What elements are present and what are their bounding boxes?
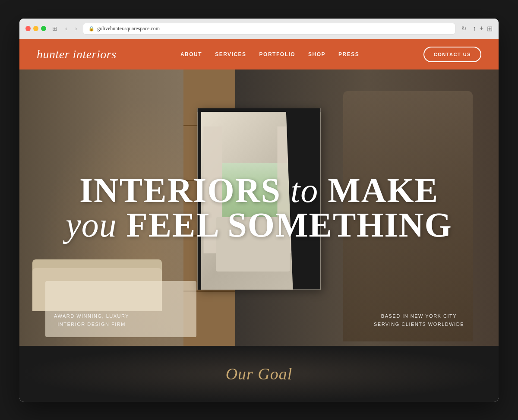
our-goal-section: Our Goal — [19, 346, 499, 402]
headline-interiors: INTERIORS — [79, 171, 281, 209]
url-text: golivehunter.squarespace.com — [97, 25, 160, 32]
nav-portfolio[interactable]: PORTFOLIO — [259, 51, 296, 57]
refresh-button[interactable]: ↻ — [460, 24, 468, 33]
headline-to: to — [291, 171, 318, 209]
hero-section: INTERIORS to MAKE you FEEL SOMETHING AWA… — [19, 69, 499, 346]
browser-dots — [25, 26, 46, 31]
hero-info-right: BASED IN NEW YORK CITY SERVING CLIENTS W… — [374, 312, 464, 328]
lock-icon: 🔒 — [88, 26, 95, 32]
hero-text-overlay: INTERIORS to MAKE you FEEL SOMETHING — [19, 69, 499, 346]
headline-feel: FEEL SOMETHING — [126, 206, 452, 244]
website-content: hunter interiors ABOUT SERVICES PORTFOLI… — [19, 39, 499, 402]
hero-bottom-info: AWARD WINNING, LUXURY INTERIOR DESIGN FI… — [19, 312, 499, 345]
hero-info-left: AWARD WINNING, LUXURY INTERIOR DESIGN FI… — [54, 312, 129, 328]
add-tab-icon[interactable]: + — [480, 25, 483, 32]
nav-services[interactable]: SERVICES — [215, 51, 246, 57]
headline-you: you — [66, 206, 117, 244]
address-bar[interactable]: 🔒 golivehunter.squarespace.com — [83, 23, 455, 35]
hero-headline: INTERIORS to MAKE you FEEL SOMETHING — [66, 173, 452, 242]
sidebar-toggle[interactable]: ⊞ — [51, 24, 59, 33]
browser-chrome: ⊞ ‹ › 🔒 golivehunter.squarespace.com ↻ ↑… — [19, 19, 499, 39]
nav-press[interactable]: PRESS — [338, 51, 359, 57]
info-right-line2: SERVING CLIENTS WORLDWIDE — [374, 320, 464, 328]
close-dot[interactable] — [25, 26, 31, 31]
site-logo[interactable]: hunter interiors — [37, 47, 117, 61]
nav-about[interactable]: ABOUT — [180, 51, 202, 57]
site-header: hunter interiors ABOUT SERVICES PORTFOLI… — [19, 39, 499, 69]
headline-make: MAKE — [328, 171, 439, 209]
maximize-dot[interactable] — [41, 26, 46, 31]
nav-shop[interactable]: SHOP — [308, 51, 325, 57]
sidebar-icon[interactable]: ⊞ — [487, 25, 493, 33]
forward-button[interactable]: › — [73, 24, 79, 33]
our-goal-heading: Our Goal — [226, 364, 293, 383]
browser-actions: ↑ + ⊞ — [473, 25, 493, 33]
contact-us-button[interactable]: CONTACT US — [423, 47, 481, 62]
browser-window: ⊞ ‹ › 🔒 golivehunter.squarespace.com ↻ ↑… — [19, 19, 499, 402]
headline-line2: you FEEL SOMETHING — [66, 208, 452, 242]
back-button[interactable]: ‹ — [63, 24, 69, 33]
share-icon[interactable]: ↑ — [473, 25, 476, 32]
minimize-dot[interactable] — [33, 26, 38, 31]
info-right-line1: BASED IN NEW YORK CITY — [374, 312, 464, 320]
info-left-line1: AWARD WINNING, LUXURY — [54, 312, 129, 320]
headline-line1: INTERIORS to MAKE — [66, 173, 452, 208]
info-left-line2: INTERIOR DESIGN FIRM — [54, 320, 129, 328]
site-nav: ABOUT SERVICES PORTFOLIO SHOP PRESS — [180, 51, 359, 57]
